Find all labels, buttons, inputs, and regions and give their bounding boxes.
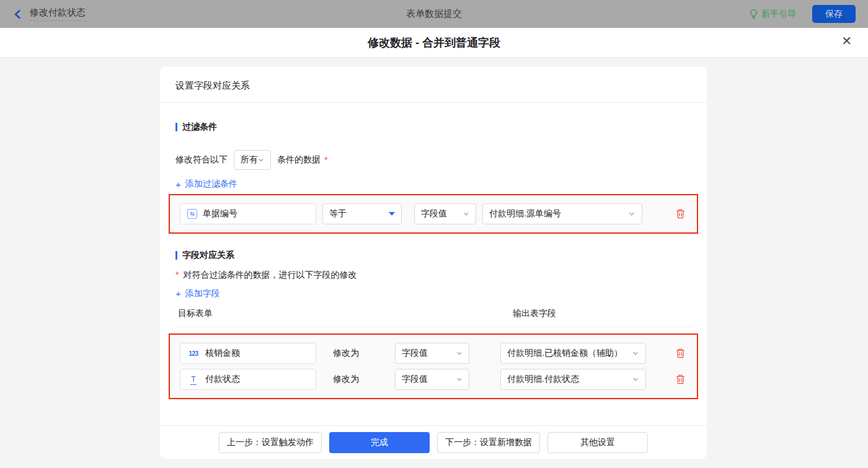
chevron-left-icon xyxy=(12,9,24,20)
add-filter-condition-label: 添加过滤条件 xyxy=(185,179,237,190)
mapping-description-text: 对符合过滤条件的数据，进行以下字段的修改 xyxy=(183,270,356,281)
mapping-row: T 付款状态 修改为 字段值 付款明细.付款状态 xyxy=(180,369,687,390)
condition-value-type-select[interactable]: 字段值 xyxy=(414,203,476,224)
close-icon[interactable]: ✕ xyxy=(841,35,852,47)
number-field-icon: 123 xyxy=(187,350,200,357)
filter-section-title: 过滤条件 xyxy=(175,121,691,133)
mapping-section-label: 字段对应关系 xyxy=(182,250,234,261)
plus-icon: + xyxy=(175,288,181,299)
target-field-label: 核销金额 xyxy=(205,348,240,359)
filter-mode-row: 修改符合以下 所有 条件的数据 * xyxy=(175,150,691,170)
done-button[interactable]: 完成 xyxy=(329,432,430,453)
mapping-rows-highlight: 123 核销金额 修改为 字段值 付款明细.已核销金额（辅助） xyxy=(169,333,698,399)
beginner-guide-label: 新手引导 xyxy=(761,9,796,20)
modal-title: 修改数据 - 合并到普通字段 xyxy=(368,35,500,50)
modal-body: 设置字段对应关系 过滤条件 修改符合以下 所有 条件的数据 * + xyxy=(0,58,868,468)
trash-icon[interactable] xyxy=(675,208,687,219)
beginner-guide-link[interactable]: 新手引导 xyxy=(749,9,796,20)
value-type-value: 字段值 xyxy=(402,374,428,385)
condition-operator-value: 等于 xyxy=(329,208,347,219)
chevron-down-icon xyxy=(456,350,463,356)
filter-mode-select[interactable]: 所有 xyxy=(234,150,271,170)
target-field-label: 付款状态 xyxy=(205,374,240,385)
column-output-field: 输出表字段 xyxy=(513,308,556,319)
trash-icon[interactable] xyxy=(675,374,687,385)
caret-down-icon xyxy=(389,212,395,216)
prev-step-button[interactable]: 上一步：设置触发动作 xyxy=(219,432,322,453)
value-type-select[interactable]: 字段值 xyxy=(395,369,469,390)
serial-number-field-icon: ⇆ xyxy=(187,209,197,219)
condition-value-select[interactable]: 付款明细.源单编号 xyxy=(482,203,642,224)
output-field-select[interactable]: 付款明细.付款状态 xyxy=(500,369,646,390)
condition-value-value: 付款明细.源单编号 xyxy=(489,208,561,219)
plus-icon: + xyxy=(175,179,181,190)
filter-mode-suffix: 条件的数据 xyxy=(277,154,321,166)
value-type-value: 字段值 xyxy=(402,348,428,359)
save-button[interactable]: 保存 xyxy=(812,5,856,23)
column-target-form: 目标表单 xyxy=(178,308,513,319)
text-field-icon: T xyxy=(187,375,200,384)
next-step-button[interactable]: 下一步：设置新增数据 xyxy=(437,432,540,453)
chevron-down-icon xyxy=(456,376,463,382)
add-filter-condition-link[interactable]: + 添加过滤条件 xyxy=(175,179,237,190)
target-field-chip[interactable]: 123 核销金额 xyxy=(180,343,316,364)
filter-condition-row: ⇆ 单据编号 等于 字段值 付款明细.源单编号 xyxy=(180,203,687,224)
target-field-chip[interactable]: T 付款状态 xyxy=(180,369,316,390)
modal-header: 修改数据 - 合并到普通字段 ✕ xyxy=(0,28,868,58)
other-settings-button[interactable]: 其他设置 xyxy=(547,432,648,453)
filter-condition-highlight: ⇆ 单据编号 等于 字段值 付款明细.源单编号 xyxy=(169,194,698,234)
section-accent-bar xyxy=(175,123,177,131)
required-mark: * xyxy=(175,270,179,280)
value-type-select[interactable]: 字段值 xyxy=(395,343,469,364)
modify-as-label: 修改为 xyxy=(333,348,360,359)
filter-section-label: 过滤条件 xyxy=(182,121,217,133)
card-title: 设置字段对应关系 xyxy=(160,67,707,103)
mapping-description: * 对符合过滤条件的数据，进行以下字段的修改 xyxy=(175,270,691,281)
condition-operator-select[interactable]: 等于 xyxy=(322,203,402,224)
output-field-value: 付款明细.付款状态 xyxy=(507,374,579,385)
output-field-select[interactable]: 付款明细.已核销金额（辅助） xyxy=(500,343,646,364)
filter-mode-prefix: 修改符合以下 xyxy=(175,154,228,166)
modify-as-label: 修改为 xyxy=(333,374,360,385)
condition-field-chip[interactable]: ⇆ 单据编号 xyxy=(180,203,316,224)
section-accent-bar xyxy=(175,251,177,260)
chevron-down-icon xyxy=(463,211,469,217)
mapping-columns-header: 目标表单 输出表字段 xyxy=(175,308,691,327)
add-field-label: 添加字段 xyxy=(185,288,220,299)
card-footer: 上一步：设置触发动作 完成 下一步：设置新增数据 其他设置 xyxy=(160,425,707,459)
chevron-down-icon xyxy=(628,210,636,218)
mapping-row: 123 核销金额 修改为 字段值 付款明细.已核销金额（辅助） xyxy=(180,343,687,364)
workflow-name[interactable]: 修改付款状态 xyxy=(30,7,86,21)
condition-value-type-value: 字段值 xyxy=(421,208,447,219)
settings-card: 设置字段对应关系 过滤条件 修改符合以下 所有 条件的数据 * + xyxy=(160,67,707,459)
add-field-link[interactable]: + 添加字段 xyxy=(175,288,220,299)
condition-field-label: 单据编号 xyxy=(203,208,237,219)
chevron-down-icon xyxy=(632,350,639,357)
card-content: 过滤条件 修改符合以下 所有 条件的数据 * + 添加过滤条件 xyxy=(160,103,707,425)
mapping-section-title: 字段对应关系 xyxy=(175,250,691,261)
output-field-value: 付款明细.已核销金额（辅助） xyxy=(507,348,622,359)
required-mark: * xyxy=(324,155,327,165)
chevron-down-icon xyxy=(258,157,264,163)
page-title: 表单数据提交 xyxy=(0,8,868,20)
top-bar: 表单数据提交 修改付款状态 新手引导 保存 xyxy=(0,0,868,28)
trash-icon[interactable] xyxy=(675,348,687,359)
filter-mode-value: 所有 xyxy=(241,154,258,166)
chevron-down-icon xyxy=(632,376,639,383)
back-button[interactable] xyxy=(12,9,24,20)
lightbulb-icon xyxy=(749,9,758,19)
